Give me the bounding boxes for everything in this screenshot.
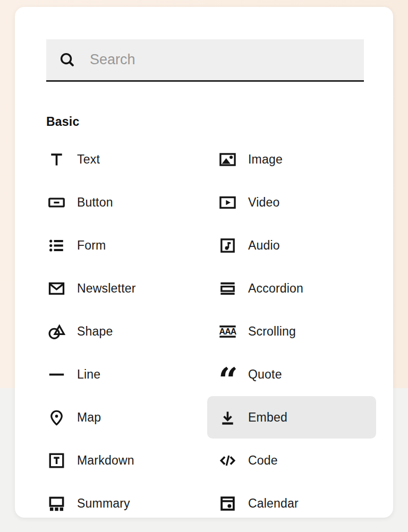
block-item-video[interactable]: Video — [207, 181, 376, 224]
block-item-label: Video — [248, 195, 279, 210]
search-icon — [58, 51, 76, 68]
block-item-label: Quote — [248, 367, 282, 382]
calendar-icon — [218, 494, 237, 513]
svg-text:“: “ — [218, 365, 237, 384]
block-item-label: Image — [248, 152, 283, 167]
block-item-label: Markdown — [77, 453, 134, 468]
newsletter-icon — [47, 279, 66, 298]
block-item-code[interactable]: Code — [207, 439, 376, 482]
block-item-audio[interactable]: Audio — [207, 224, 376, 267]
image-icon — [218, 150, 237, 169]
block-item-image[interactable]: Image — [207, 138, 376, 181]
block-item-map[interactable]: Map — [36, 396, 205, 439]
video-icon — [218, 193, 237, 212]
block-item-label: Audio — [248, 238, 280, 253]
button-icon — [47, 193, 66, 212]
map-icon — [47, 408, 66, 427]
block-item-scrolling[interactable]: AAA Scrolling — [207, 310, 376, 353]
block-item-label: Text — [77, 152, 100, 167]
block-item-label: Accordion — [248, 281, 303, 296]
block-grid-right-column: Image Video — [207, 138, 376, 518]
block-item-label: Map — [77, 410, 101, 425]
search-input[interactable] — [90, 39, 364, 80]
block-item-label: Newsletter — [77, 281, 136, 296]
section-title-basic: Basic — [46, 115, 79, 129]
block-item-accordion[interactable]: Accordion — [207, 267, 376, 310]
summary-icon — [47, 494, 66, 513]
block-item-label: Embed — [248, 410, 287, 425]
block-item-quote[interactable]: “ Quote — [207, 353, 376, 396]
scrolling-icon: AAA — [218, 322, 237, 341]
shape-icon — [47, 322, 66, 341]
svg-text:AAA: AAA — [219, 326, 236, 336]
block-item-text[interactable]: Text — [36, 138, 205, 181]
block-item-markdown[interactable]: Markdown — [36, 439, 205, 482]
audio-icon — [218, 236, 237, 255]
block-item-newsletter[interactable]: Newsletter — [36, 267, 205, 310]
block-grid: Text Button — [36, 138, 376, 518]
block-picker-panel: Basic Text Button — [15, 7, 393, 518]
form-icon — [47, 236, 66, 255]
line-icon — [47, 365, 66, 384]
embed-icon — [218, 408, 237, 427]
block-item-label: Code — [248, 453, 278, 468]
quote-icon: “ — [218, 365, 237, 384]
block-item-label: Scrolling — [248, 324, 296, 339]
accordion-icon — [218, 279, 237, 298]
block-item-label: Button — [77, 195, 113, 210]
text-icon — [47, 150, 66, 169]
block-item-button[interactable]: Button — [36, 181, 205, 224]
block-grid-left-column: Text Button — [36, 138, 205, 518]
block-item-summary[interactable]: Summary — [36, 482, 205, 518]
block-item-embed[interactable]: Embed — [207, 396, 376, 439]
markdown-icon — [47, 451, 66, 470]
block-item-line[interactable]: Line — [36, 353, 205, 396]
code-icon — [218, 451, 237, 470]
block-item-label: Line — [77, 367, 100, 382]
block-item-calendar[interactable]: Calendar — [207, 482, 376, 518]
block-item-label: Calendar — [248, 496, 299, 511]
block-item-form[interactable]: Form — [36, 224, 205, 267]
block-item-label: Summary — [77, 496, 130, 511]
block-item-label: Form — [77, 238, 106, 253]
block-item-shape[interactable]: Shape — [36, 310, 205, 353]
block-item-label: Shape — [77, 324, 113, 339]
search-box[interactable] — [46, 39, 364, 82]
